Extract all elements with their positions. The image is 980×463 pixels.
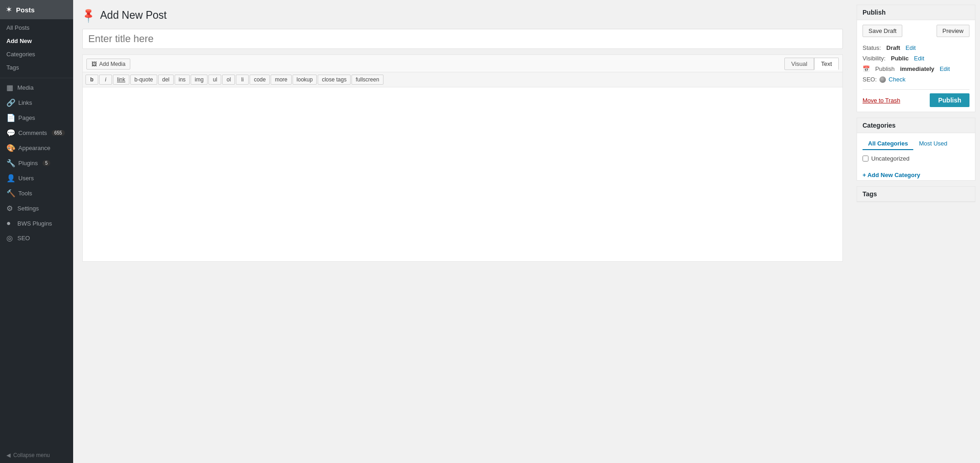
publish-schedule-value: immediately — [900, 65, 934, 72]
sidebar-item-label: Plugins — [18, 160, 38, 167]
wp-logo-icon: ✶ — [5, 5, 12, 15]
sidebar-item-categories[interactable]: Categories — [0, 48, 73, 61]
sidebar-item-label: SEO — [17, 235, 30, 242]
format-close-tags-button[interactable]: close tags — [318, 75, 351, 85]
tags-box-header: Tags — [857, 187, 975, 202]
sidebar-item-users[interactable]: 👤 Users — [0, 171, 73, 186]
format-img-button[interactable]: img — [191, 75, 208, 85]
category-label: Uncategorized — [871, 155, 910, 162]
format-ol-button[interactable]: ol — [222, 75, 235, 85]
sidebar-item-all-posts[interactable]: All Posts — [0, 21, 73, 34]
categories-box-content: All Categories Most Used Uncategorized — [857, 133, 975, 168]
add-media-icon: 🖼 — [91, 61, 97, 67]
sidebar-item-label: Pages — [18, 114, 35, 121]
tags-box: Tags — [857, 186, 975, 202]
sidebar-item-label: Users — [18, 175, 34, 182]
page-title-row: 📌 Add New Post — [82, 9, 843, 22]
schedule-edit-link[interactable]: Edit — [940, 65, 950, 72]
seo-row: SEO: Check — [863, 74, 969, 85]
publish-actions-row: Save Draft Preview — [863, 25, 969, 37]
seo-label: SEO: — [863, 76, 877, 83]
publish-box: Publish Save Draft Preview Status: Draft… — [857, 5, 975, 112]
collapse-menu-button[interactable]: ◀ Collapse menu — [0, 447, 73, 463]
sidebar-item-tools[interactable]: 🔨 Tools — [0, 186, 73, 201]
comments-badge: 655 — [52, 130, 65, 136]
sidebar-item-seo[interactable]: ◎ SEO — [0, 231, 73, 246]
format-fullscreen-button[interactable]: fullscreen — [352, 75, 383, 85]
plugins-badge: 5 — [43, 160, 51, 166]
format-ul-button[interactable]: ul — [208, 75, 221, 85]
categories-box: Categories All Categories Most Used Unca… — [857, 118, 975, 181]
tab-visual[interactable]: Visual — [784, 58, 814, 70]
sidebar-item-plugins[interactable]: 🔧 Plugins 5 — [0, 156, 73, 171]
sidebar-item-tags[interactable]: Tags — [0, 61, 73, 74]
format-ins-button[interactable]: ins — [175, 75, 190, 85]
post-title-input[interactable] — [82, 29, 843, 49]
save-draft-button[interactable]: Save Draft — [863, 25, 902, 37]
publish-box-content: Save Draft Preview Status: Draft Edit Vi… — [857, 20, 975, 112]
pages-icon: 📄 — [6, 113, 16, 122]
page-title: Add New Post — [100, 9, 167, 22]
status-row: Status: Draft Edit — [863, 43, 969, 53]
format-italic-button[interactable]: i — [99, 75, 112, 85]
publish-box-header: Publish — [857, 5, 975, 20]
tab-most-used[interactable]: Most Used — [913, 138, 953, 150]
sidebar-item-label: Appearance — [18, 145, 50, 151]
sidebar-item-label: Tags — [6, 64, 19, 71]
category-tabs: All Categories Most Used — [863, 138, 969, 150]
visibility-edit-link[interactable]: Edit — [914, 55, 924, 62]
visibility-row: Visibility: Public Edit — [863, 53, 969, 64]
collapse-arrow-icon: ◀ — [6, 452, 11, 458]
editor-toolbar-row: 🖼 Add Media Visual Text — [83, 55, 842, 72]
appearance-icon: 🎨 — [6, 144, 16, 152]
format-lookup-button[interactable]: lookup — [293, 75, 317, 85]
format-del-button[interactable]: del — [158, 75, 174, 85]
sidebar-item-add-new[interactable]: Add New — [0, 34, 73, 48]
publish-button[interactable]: Publish — [930, 93, 969, 107]
format-more-button[interactable]: more — [271, 75, 291, 85]
move-to-trash-link[interactable]: Move to Trash — [863, 97, 900, 104]
sidebar-posts-title: Posts — [16, 6, 35, 14]
preview-button[interactable]: Preview — [937, 25, 969, 37]
sidebar-item-appearance[interactable]: 🎨 Appearance — [0, 140, 73, 156]
tools-icon: 🔨 — [6, 189, 16, 198]
collapse-menu-label: Collapse menu — [13, 452, 50, 458]
sidebar-item-label: Add New — [6, 38, 32, 44]
format-code-button[interactable]: code — [250, 75, 270, 85]
status-edit-link[interactable]: Edit — [905, 44, 916, 51]
sidebar-item-settings[interactable]: ⚙ Settings — [0, 201, 73, 216]
calendar-icon: 📅 — [863, 65, 870, 72]
format-li-button[interactable]: li — [236, 75, 249, 85]
visibility-label: Visibility: — [863, 55, 885, 62]
category-item-uncategorized: Uncategorized — [863, 154, 969, 163]
format-link-button[interactable]: link — [113, 75, 129, 85]
sidebar-item-label: Settings — [17, 205, 39, 212]
add-new-category-link[interactable]: + Add New Category — [857, 168, 975, 180]
comments-icon: 💬 — [6, 129, 16, 137]
add-media-button[interactable]: 🖼 Add Media — [86, 59, 130, 70]
format-bold-button[interactable]: b — [85, 75, 98, 85]
main-content: 📌 Add New Post 🖼 Add Media Visual Text b… — [73, 0, 852, 463]
categories-box-header: Categories — [857, 118, 975, 133]
seo-check-link[interactable]: Check — [889, 76, 905, 83]
category-checkbox-uncategorized[interactable] — [863, 156, 868, 162]
users-icon: 👤 — [6, 174, 16, 183]
settings-icon: ⚙ — [6, 204, 15, 213]
links-icon: 🔗 — [6, 98, 16, 107]
sidebar-item-comments[interactable]: 💬 Comments 655 — [0, 125, 73, 140]
sidebar-item-pages[interactable]: 📄 Pages — [0, 110, 73, 125]
tab-all-categories[interactable]: All Categories — [863, 138, 913, 150]
tab-text[interactable]: Text — [814, 58, 839, 70]
sidebar-item-links[interactable]: 🔗 Links — [0, 95, 73, 110]
format-bquote-button[interactable]: b-quote — [130, 75, 157, 85]
publish-schedule-label: Publish — [875, 65, 895, 72]
editor-content[interactable] — [83, 87, 842, 261]
sidebar-item-media[interactable]: ▦ Media — [0, 80, 73, 95]
sidebar-item-bws-plugins[interactable]: ● BWS Plugins — [0, 216, 73, 231]
sidebar: ✶ Posts All Posts Add New Categories Tag… — [0, 0, 73, 463]
schedule-row: 📅 Publish immediately Edit — [863, 64, 969, 74]
publish-bottom-row: Move to Trash Publish — [863, 89, 969, 107]
right-sidebar: Publish Save Draft Preview Status: Draft… — [852, 0, 980, 463]
status-label: Status: — [863, 44, 881, 51]
visibility-value: Public — [891, 55, 909, 62]
